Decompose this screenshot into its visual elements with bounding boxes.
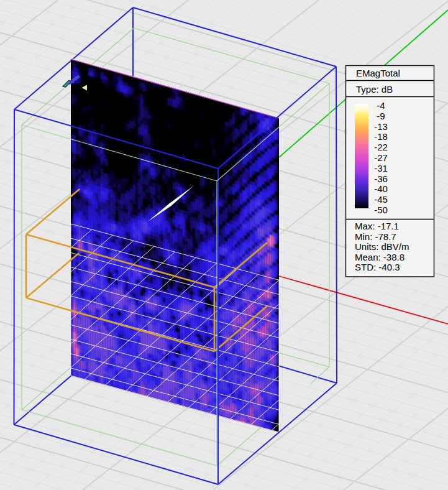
svg-text:EMagTotal: EMagTotal: [356, 68, 400, 78]
svg-text:-31: -31: [374, 163, 388, 173]
svg-text:Mean: -38.8: Mean: -38.8: [355, 252, 405, 262]
svg-text:-22: -22: [374, 142, 388, 152]
svg-text:-27: -27: [374, 152, 388, 163]
svg-text:-13: -13: [374, 121, 388, 132]
svg-text:Units: dBV/m: Units: dBV/m: [355, 241, 409, 252]
svg-text:-4: -4: [377, 100, 385, 111]
svg-text:Max: -17.1: Max: -17.1: [355, 221, 399, 231]
svg-text:-18: -18: [374, 131, 388, 142]
svg-text:STD: -40.3: STD: -40.3: [355, 262, 400, 272]
svg-text:-36: -36: [374, 173, 388, 184]
svg-text:-40: -40: [374, 183, 388, 194]
svg-text:-45: -45: [374, 194, 388, 205]
svg-text:Min: -78.7: Min: -78.7: [355, 231, 396, 242]
svg-text:-9: -9: [377, 111, 385, 121]
svg-text:Type: dB: Type: dB: [356, 84, 393, 95]
svg-text:-50: -50: [374, 205, 388, 215]
